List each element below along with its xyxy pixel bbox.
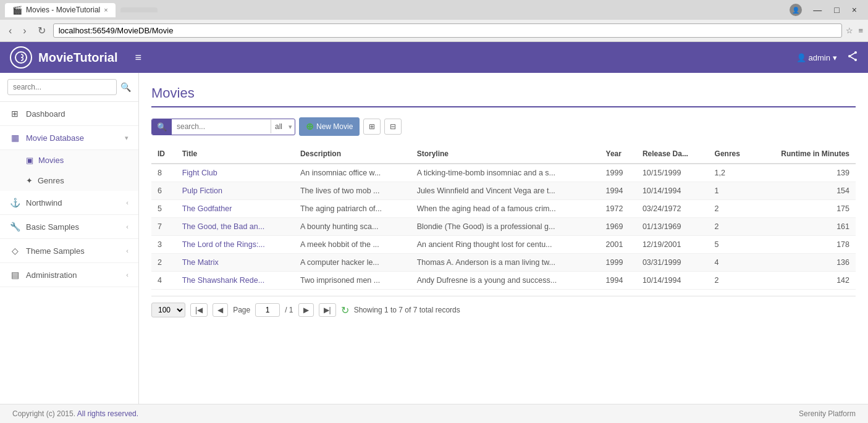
table-row: 8 Fight Club An insomniac office w... A …	[151, 164, 856, 182]
cell-title[interactable]: The Lord of the Rings:...	[176, 236, 294, 254]
sidebar-nav: ⊞ Dashboard ▦ Movie Database ▾ ▣ Movies	[0, 102, 138, 404]
table-row: 2 The Matrix A computer hacker le... Tho…	[151, 254, 856, 272]
sidebar-item-basic-samples[interactable]: 🔧 Basic Samples ‹	[0, 215, 138, 239]
cell-release-date: 01/13/1969	[636, 218, 709, 236]
cell-description: A meek hobbit of the ...	[294, 236, 411, 254]
search-input[interactable]	[172, 120, 271, 133]
cell-release-date: 03/31/1999	[636, 254, 709, 272]
sidebar-item-dashboard[interactable]: ⊞ Dashboard	[0, 102, 138, 126]
last-page-btn[interactable]: ▶|	[319, 303, 336, 317]
page-title: Movies	[151, 85, 856, 107]
new-movie-label: New Movie	[316, 122, 353, 131]
first-page-btn[interactable]: |◀	[190, 303, 208, 317]
chevron-down-icon: ▾	[125, 134, 129, 142]
sidebar: 🔍 ⊞ Dashboard ▦ Movie Database ▾ ▣	[0, 73, 139, 404]
pagination-bar: 100 50 25 |◀ ◀ Page / 1 ▶ ▶| ↻ Showing 1…	[151, 296, 856, 324]
hamburger-btn[interactable]: ≡	[130, 49, 147, 67]
copyright-text: Copyright (c) 2015.	[12, 409, 75, 418]
cell-description: Two imprisoned men ...	[294, 272, 411, 290]
cell-runtime: 161	[756, 218, 856, 236]
close-btn[interactable]: ×	[846, 4, 863, 16]
cell-description: A bounty hunting sca...	[294, 218, 411, 236]
cell-release-date: 10/14/1994	[636, 182, 709, 200]
tab-close-btn[interactable]: ×	[104, 6, 107, 14]
page-size-select[interactable]: 100 50 25	[151, 303, 185, 317]
next-page-btn[interactable]: ▶	[298, 303, 314, 317]
filter-caret[interactable]: ▾	[286, 120, 295, 133]
cell-storyline: Andy Dufresne is a young and success...	[411, 272, 600, 290]
sidebar-item-administration[interactable]: ▤ Administration ‹	[0, 263, 138, 287]
cell-id: 2	[151, 254, 176, 272]
page-input[interactable]	[255, 303, 280, 317]
url-bar[interactable]	[53, 23, 843, 38]
filter-dropdown[interactable]: all	[271, 120, 286, 133]
sidebar-label-dashboard: Dashboard	[26, 109, 129, 119]
sidebar-item-theme-samples[interactable]: ◇ Theme Samples ‹	[0, 239, 138, 263]
cell-genres: 2	[709, 272, 756, 290]
table-row: 5 The Godfather The aging patriarch of..…	[151, 200, 856, 218]
cell-storyline: Thomas A. Anderson is a man living tw...	[411, 254, 600, 272]
col-id: ID	[151, 144, 176, 164]
chevron-right-icon-2: ‹	[126, 223, 129, 230]
table-row: 4 The Shawshank Rede... Two imprisoned m…	[151, 272, 856, 290]
sidebar-search-btn[interactable]: 🔍	[120, 82, 131, 92]
menu-icon[interactable]: ≡	[858, 26, 863, 35]
cell-release-date: 10/14/1994	[636, 272, 709, 290]
movies-icon: ▣	[26, 156, 33, 165]
table-row: 6 Pulp Fiction The lives of two mob ... …	[151, 182, 856, 200]
cell-id: 4	[151, 272, 176, 290]
cell-genres: 4	[709, 254, 756, 272]
cell-title[interactable]: Pulp Fiction	[176, 182, 294, 200]
cell-year: 1994	[600, 182, 636, 200]
col-title[interactable]: Title	[176, 144, 294, 164]
app-logo: MovieTutorial	[10, 46, 118, 69]
admin-menu-btn[interactable]: 👤 admin ▾	[796, 53, 837, 62]
svg-line-5	[849, 56, 856, 60]
plus-icon: ⊕	[306, 121, 314, 132]
col-year[interactable]: Year	[600, 144, 636, 164]
cell-title[interactable]: The Good, the Bad an...	[176, 218, 294, 236]
col-storyline[interactable]: Storyline	[411, 144, 600, 164]
back-btn[interactable]: ‹	[5, 24, 15, 38]
cell-release-date: 10/15/1999	[636, 164, 709, 182]
sidebar-search-input[interactable]	[7, 79, 117, 95]
sidebar-label-basic-samples: Basic Samples	[26, 222, 120, 232]
toolbar-btn-1[interactable]: ⊞	[363, 119, 381, 135]
refresh-btn[interactable]: ↻	[341, 304, 349, 316]
sidebar-item-genres[interactable]: ✦ Genres	[0, 170, 138, 191]
admin-icon: 👤	[796, 53, 806, 62]
cell-runtime: 178	[756, 236, 856, 254]
cell-id: 5	[151, 200, 176, 218]
sidebar-item-movies[interactable]: ▣ Movies	[0, 150, 138, 170]
share-icon[interactable]	[847, 51, 858, 64]
movies-table: ID Title Description Storyline Year Rele…	[151, 144, 856, 290]
cell-year: 1972	[600, 200, 636, 218]
sidebar-item-northwind[interactable]: ⚓ Northwind ‹	[0, 191, 138, 215]
inactive-tab[interactable]	[120, 7, 158, 12]
col-description[interactable]: Description	[294, 144, 411, 164]
col-runtime[interactable]: Runtime in Minutes	[756, 144, 856, 164]
prev-page-btn[interactable]: ◀	[213, 303, 228, 317]
new-movie-btn[interactable]: ⊕ New Movie	[299, 117, 360, 136]
search-submit-btn[interactable]: 🔍	[152, 119, 172, 135]
admin-label: admin	[809, 53, 830, 62]
cell-title[interactable]: The Shawshank Rede...	[176, 272, 294, 290]
cell-genres: 2	[709, 218, 756, 236]
col-release-date[interactable]: Release Da...	[636, 144, 709, 164]
sidebar-item-movie-database[interactable]: ▦ Movie Database ▾	[0, 126, 138, 150]
active-tab[interactable]: 🎬 Movies - MovieTutorial ×	[5, 3, 116, 17]
minimize-btn[interactable]: —	[807, 4, 828, 16]
tab-title: Movies - MovieTutorial	[26, 6, 100, 14]
bookmark-icon: ☆	[846, 26, 853, 35]
cell-id: 8	[151, 164, 176, 182]
toolbar-btn-2[interactable]: ⊟	[384, 119, 402, 135]
maximize-btn[interactable]: □	[828, 4, 845, 16]
cell-title[interactable]: The Godfather	[176, 200, 294, 218]
administration-icon: ▤	[10, 270, 20, 280]
cell-description: A computer hacker le...	[294, 254, 411, 272]
forward-btn[interactable]: ›	[19, 24, 30, 38]
refresh-nav-btn[interactable]: ↻	[34, 23, 49, 38]
col-genres[interactable]: Genres	[709, 144, 756, 164]
cell-title[interactable]: The Matrix	[176, 254, 294, 272]
cell-title[interactable]: Fight Club	[176, 164, 294, 182]
